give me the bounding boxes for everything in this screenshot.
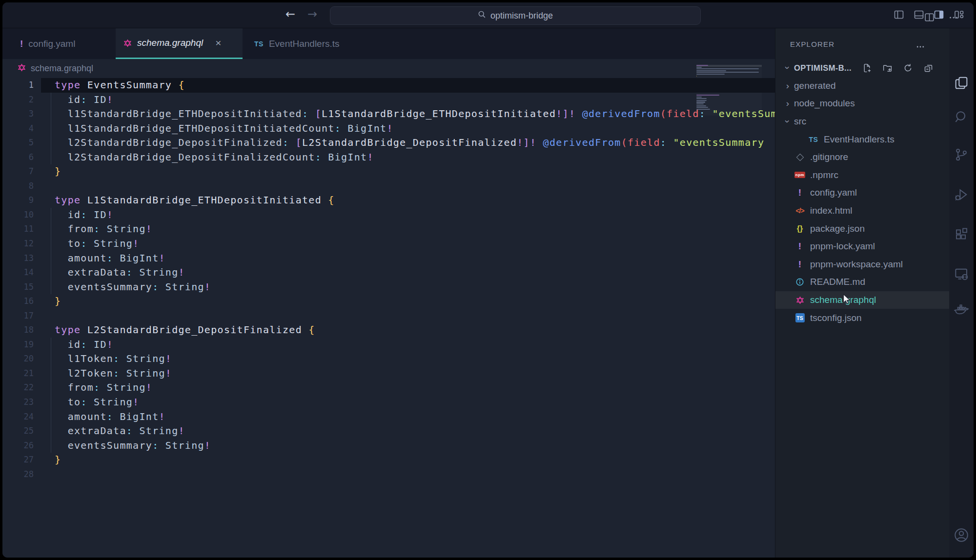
- refresh-explorer-icon[interactable]: [903, 63, 913, 75]
- code-line-21[interactable]: 21 l2Token: String!: [2, 366, 775, 381]
- file-package-json[interactable]: {}package.json: [775, 220, 952, 238]
- editor-tab-strip: !config.yamlschema.graphql×TSEventHandle…: [2, 28, 775, 59]
- code-line-1[interactable]: 1type EventsSummary {: [2, 78, 775, 93]
- code-line-20[interactable]: 20 l1Token: String!: [2, 352, 775, 366]
- account-icon[interactable]: [953, 527, 970, 545]
- typescript-icon: TS: [254, 40, 264, 48]
- html-icon: </>: [795, 207, 804, 215]
- explorer-sidebar: EXPLORER ›OPTIMISM-B...›generated›node_m…: [775, 28, 952, 558]
- item-label: pnpm-lock.yaml: [810, 241, 875, 252]
- item-label: tsconfig.json: [810, 313, 862, 323]
- project-root-optimism-bridge[interactable]: ›OPTIMISM-B...: [775, 59, 952, 77]
- line-number: 9: [2, 193, 34, 208]
- indent-guide: [51, 424, 51, 439]
- json-icon: {}: [797, 224, 803, 233]
- history-forward-icon[interactable]: →: [307, 7, 317, 21]
- indent-guide: [51, 136, 51, 150]
- code-line-25[interactable]: 25 extraData: String!: [2, 424, 775, 439]
- indent-guide: [51, 410, 51, 424]
- indent-guide: [51, 280, 51, 295]
- project-label: OPTIMISM-B...: [794, 63, 852, 73]
- yaml-icon: !: [20, 39, 23, 49]
- indent-guide: [51, 380, 51, 395]
- code-line-2[interactable]: 2 id: ID!: [2, 93, 775, 107]
- breadcrumb[interactable]: schema.graphql: [2, 59, 775, 78]
- remote-explorer-icon[interactable]: [954, 266, 969, 283]
- tab-eventhandlers-ts[interactable]: TSEventHandlers.ts: [246, 28, 360, 59]
- indent-guide: [51, 121, 51, 136]
- collapse-folders-icon[interactable]: [923, 63, 934, 75]
- code-line-13[interactable]: 13 amount: BigInt!: [2, 251, 775, 266]
- code-line-24[interactable]: 24 amount: BigInt!: [2, 410, 775, 424]
- file-tsconfig-json[interactable]: TStsconfig.json: [775, 309, 952, 327]
- line-number: 10: [2, 208, 34, 222]
- code-line-9[interactable]: 9type L1StandardBridge_ETHDepositInitiat…: [2, 193, 775, 208]
- code-line-4[interactable]: 4 l1StandardBridge_ETHDepositInitiatedCo…: [2, 121, 775, 136]
- code-line-3[interactable]: 3 l1StandardBridge_ETHDepositInitiated: …: [2, 107, 775, 121]
- code-line-22[interactable]: 22 from: String!: [2, 380, 775, 395]
- run-debug-icon[interactable]: [954, 187, 969, 204]
- search-value: optimism-bridge: [490, 11, 553, 21]
- line-number: 16: [2, 294, 34, 309]
- file--npmrc[interactable]: npm.npmrc: [775, 166, 952, 184]
- code-line-18[interactable]: 18type L2StandardBridge_DepositFinalized…: [2, 323, 775, 338]
- extensions-icon[interactable]: [954, 227, 969, 244]
- code-line-5[interactable]: 5 l2StandardBridge_DepositFinalized: [L2…: [2, 136, 775, 150]
- indent-guide: [51, 338, 51, 352]
- code-line-7[interactable]: 7}: [2, 164, 775, 179]
- history-back-icon[interactable]: ←: [285, 7, 295, 21]
- chevron-right-icon: ›: [781, 98, 794, 109]
- more-actions-icon[interactable]: [948, 12, 959, 25]
- new-folder-icon[interactable]: [882, 63, 893, 75]
- code-line-6[interactable]: 6 l2StandardBridge_DepositFinalizedCount…: [2, 150, 775, 165]
- search-icon[interactable]: [954, 109, 969, 126]
- readme-info-icon: [795, 278, 804, 286]
- close-tab-icon[interactable]: ×: [215, 37, 221, 49]
- tab-schema-graphql[interactable]: schema.graphql×: [116, 28, 243, 59]
- code-line-15[interactable]: 15 eventsSummary: String!: [2, 280, 775, 295]
- source-control-icon[interactable]: [954, 147, 969, 164]
- tsconfig-icon: TS: [795, 313, 805, 322]
- code-line-16[interactable]: 16}: [2, 294, 775, 309]
- toggle-primary-sidebar-icon[interactable]: [893, 9, 905, 20]
- code-line-10[interactable]: 10 id: ID!: [2, 208, 775, 222]
- explorer-icon[interactable]: [954, 75, 969, 93]
- code-line-12[interactable]: 12 to: String!: [2, 237, 775, 251]
- line-number: 19: [2, 338, 34, 352]
- indent-guide: [51, 107, 51, 121]
- code-line-23[interactable]: 23 to: String!: [2, 395, 775, 410]
- file-readme-md[interactable]: README.md: [775, 273, 952, 291]
- code-line-8[interactable]: 8: [2, 179, 775, 194]
- code-editor[interactable]: 1type EventsSummary {2 id: ID!3 l1Standa…: [2, 78, 775, 558]
- code-line-17[interactable]: 17: [2, 309, 775, 323]
- file-schema-graphql[interactable]: schema.graphql: [775, 291, 952, 309]
- folder-generated[interactable]: ›generated: [775, 77, 952, 95]
- gitignore-icon: [796, 154, 804, 161]
- new-file-icon[interactable]: [862, 63, 872, 75]
- explorer-title[interactable]: EXPLORER: [790, 40, 834, 48]
- code-line-11[interactable]: 11 from: String!: [2, 222, 775, 237]
- split-editor-icon[interactable]: [923, 11, 935, 25]
- code-line-26[interactable]: 26 eventsSummary: String!: [2, 439, 775, 453]
- line-number: 11: [2, 222, 34, 237]
- file-pnpm-workspace-yaml[interactable]: !pnpm-workspace.yaml: [775, 256, 952, 274]
- indent-guide: [51, 395, 51, 410]
- docker-icon[interactable]: [954, 302, 969, 320]
- file-config-yaml[interactable]: !config.yaml: [775, 184, 952, 202]
- file-pnpm-lock-yaml[interactable]: !pnpm-lock.yaml: [775, 238, 952, 256]
- code-line-27[interactable]: 27}: [2, 453, 775, 467]
- file--gitignore[interactable]: .gitignore: [775, 148, 952, 166]
- command-center-search[interactable]: optimism-bridge: [330, 6, 701, 25]
- code-line-19[interactable]: 19 id: ID!: [2, 338, 775, 352]
- line-number: 27: [2, 453, 34, 467]
- folder-node_modules[interactable]: ›node_modules: [775, 95, 952, 113]
- tab-config-yaml[interactable]: !config.yaml: [12, 28, 96, 59]
- explorer-more-icon[interactable]: [915, 42, 925, 54]
- folder-src[interactable]: ›src: [775, 113, 952, 131]
- code-line-28[interactable]: 28: [2, 467, 775, 482]
- file-index-html[interactable]: </>index.html: [775, 202, 952, 220]
- code-line-14[interactable]: 14 extraData: String!: [2, 265, 775, 280]
- file-eventhandlers-ts[interactable]: TSEventHandlers.ts: [775, 130, 952, 148]
- npm-icon: npm: [794, 172, 805, 178]
- mouse-cursor: [840, 293, 853, 307]
